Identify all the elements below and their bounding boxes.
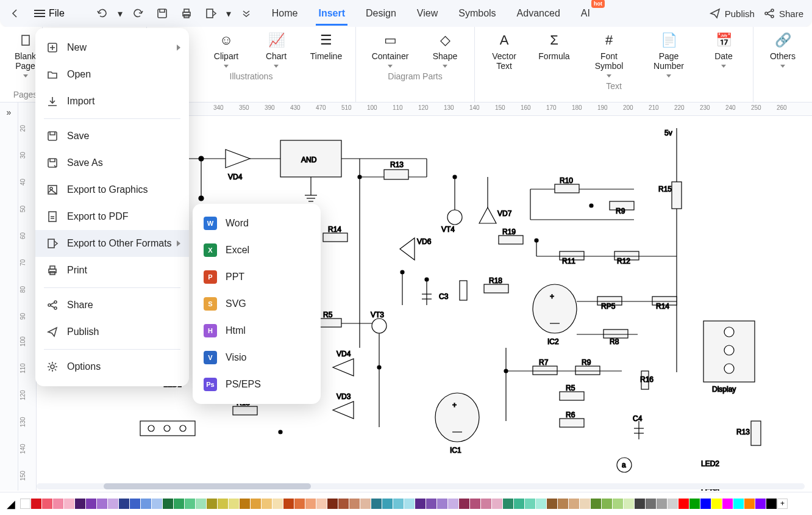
file-menu-button[interactable]: File bbox=[28, 2, 71, 24]
menu-print[interactable]: Print bbox=[35, 257, 189, 284]
publish-button[interactable]: Publish bbox=[709, 7, 755, 20]
color-swatch[interactable] bbox=[470, 499, 480, 509]
color-swatch[interactable] bbox=[481, 499, 491, 509]
color-swatch[interactable] bbox=[251, 499, 261, 509]
export-dropdown[interactable]: ▾ bbox=[224, 2, 233, 24]
color-swatch[interactable] bbox=[766, 499, 777, 509]
tab-insert[interactable]: Insert bbox=[316, 2, 347, 26]
color-swatch[interactable] bbox=[119, 499, 129, 509]
color-swatch[interactable] bbox=[591, 499, 601, 509]
color-swatch[interactable] bbox=[547, 499, 557, 509]
export-ppt[interactable]: PPPT bbox=[193, 264, 321, 290]
color-swatch[interactable] bbox=[305, 499, 316, 509]
export-word[interactable]: WWord bbox=[193, 210, 321, 237]
color-swatch[interactable] bbox=[196, 499, 206, 509]
blank-page-button[interactable]: Blank Page bbox=[12, 32, 39, 77]
export-visio[interactable]: VVisio bbox=[193, 344, 321, 371]
export-button[interactable] bbox=[200, 2, 222, 24]
chart-button[interactable]: 📈Chart bbox=[255, 32, 297, 68]
timeline-button[interactable]: ☰Timeline bbox=[305, 32, 347, 68]
color-swatch[interactable] bbox=[240, 499, 250, 509]
color-swatch[interactable] bbox=[229, 499, 239, 509]
color-swatch[interactable] bbox=[349, 499, 360, 509]
menu-new[interactable]: New bbox=[35, 34, 189, 61]
color-swatch[interactable] bbox=[207, 499, 217, 509]
horizontal-scrollbar[interactable] bbox=[37, 483, 805, 489]
color-swatch[interactable] bbox=[569, 499, 579, 509]
color-swatch[interactable] bbox=[185, 499, 195, 509]
color-swatch[interactable] bbox=[525, 499, 535, 509]
menu-export-graphics[interactable]: Export to Graphics bbox=[35, 176, 189, 203]
color-swatch[interactable] bbox=[97, 499, 107, 509]
color-swatch[interactable] bbox=[448, 499, 458, 509]
page-number-button[interactable]: 📄Page Number bbox=[643, 32, 694, 77]
color-swatch[interactable] bbox=[31, 499, 41, 509]
color-swatch[interactable] bbox=[86, 499, 96, 509]
color-swatch[interactable] bbox=[294, 499, 305, 509]
color-swatch[interactable] bbox=[646, 499, 656, 509]
menu-export-pdf[interactable]: Export to PDF bbox=[35, 203, 189, 230]
color-swatch[interactable] bbox=[536, 499, 546, 509]
tab-view[interactable]: View bbox=[415, 2, 440, 26]
color-swatch[interactable] bbox=[415, 499, 426, 509]
formula-button[interactable]: ΣFormula bbox=[533, 32, 575, 77]
color-swatch[interactable] bbox=[42, 499, 52, 509]
color-swatch[interactable] bbox=[163, 499, 173, 509]
color-swatch[interactable] bbox=[602, 499, 612, 509]
color-swatch[interactable] bbox=[744, 499, 755, 509]
container-button[interactable]: ▭Container bbox=[365, 32, 416, 68]
color-swatch[interactable] bbox=[174, 499, 184, 509]
export-ps[interactable]: PsPS/EPS bbox=[193, 371, 321, 398]
side-panel-collapsed[interactable]: » bbox=[0, 103, 18, 491]
menu-open[interactable]: Open bbox=[35, 61, 189, 88]
fill-bucket-icon[interactable]: ◢ bbox=[2, 495, 20, 513]
tab-advanced[interactable]: Advanced bbox=[515, 2, 563, 26]
color-swatch[interactable] bbox=[635, 499, 645, 509]
font-symbol-button[interactable]: #Font Symbol bbox=[583, 32, 635, 77]
color-swatch[interactable] bbox=[272, 499, 283, 509]
menu-save-as[interactable]: Save As bbox=[35, 149, 189, 176]
color-swatch[interactable] bbox=[733, 499, 744, 509]
menu-options[interactable]: Options bbox=[35, 353, 189, 380]
export-html[interactable]: HHtml bbox=[193, 317, 321, 344]
color-swatch[interactable] bbox=[580, 499, 590, 509]
color-swatch[interactable] bbox=[678, 499, 689, 509]
others-button[interactable]: 🔗Others bbox=[762, 32, 803, 68]
back-button[interactable] bbox=[4, 2, 26, 24]
color-swatch[interactable] bbox=[360, 499, 371, 509]
color-swatch[interactable] bbox=[755, 499, 766, 509]
color-swatch[interactable] bbox=[492, 499, 502, 509]
color-swatch[interactable] bbox=[262, 499, 272, 509]
color-swatch[interactable] bbox=[514, 499, 524, 509]
undo-button[interactable] bbox=[91, 2, 113, 24]
menu-import[interactable]: Import bbox=[35, 88, 189, 115]
save-button[interactable] bbox=[151, 2, 173, 24]
color-swatch[interactable] bbox=[700, 499, 711, 509]
color-swatch[interactable] bbox=[558, 499, 568, 509]
color-swatch[interactable] bbox=[338, 499, 349, 509]
shape-button[interactable]: ◇Shape bbox=[424, 32, 466, 68]
color-swatch[interactable] bbox=[722, 499, 733, 509]
menu-save[interactable]: Save bbox=[35, 123, 189, 149]
date-button[interactable]: 📅Date bbox=[703, 32, 744, 77]
color-swatch[interactable] bbox=[657, 499, 667, 509]
color-swatch[interactable] bbox=[503, 499, 513, 509]
color-swatch[interactable] bbox=[53, 499, 63, 509]
tab-home[interactable]: Home bbox=[269, 2, 301, 26]
color-swatch[interactable] bbox=[64, 499, 74, 509]
color-swatch[interactable] bbox=[152, 499, 162, 509]
color-swatch[interactable] bbox=[624, 499, 634, 509]
tab-symbols[interactable]: Symbols bbox=[456, 2, 498, 26]
clipart-button[interactable]: ☺Clipart bbox=[205, 32, 247, 68]
redo-button[interactable] bbox=[127, 2, 149, 24]
color-swatch[interactable]: + bbox=[777, 499, 788, 509]
color-swatch[interactable] bbox=[437, 499, 447, 509]
menu-export-other[interactable]: Export to Other Formats bbox=[35, 230, 189, 257]
color-swatch[interactable] bbox=[218, 499, 228, 509]
color-swatch[interactable] bbox=[459, 499, 469, 509]
undo-dropdown[interactable]: ▾ bbox=[116, 2, 124, 24]
color-swatch[interactable] bbox=[141, 499, 151, 509]
color-swatch[interactable] bbox=[371, 499, 382, 509]
print-button[interactable] bbox=[176, 2, 198, 24]
color-swatch[interactable] bbox=[613, 499, 623, 509]
